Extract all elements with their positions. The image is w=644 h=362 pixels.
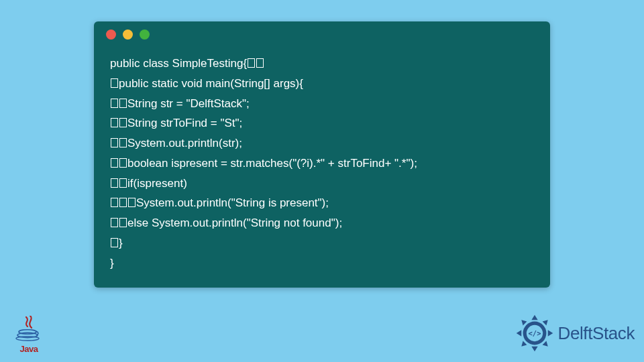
code-line: public class SimpleTesting{ bbox=[110, 54, 534, 74]
code-line: System.out.println(str); bbox=[110, 133, 534, 154]
tofu-icon bbox=[119, 118, 127, 127]
tofu-icon bbox=[111, 198, 118, 207]
svg-marker-9 bbox=[521, 341, 527, 347]
svg-marker-3 bbox=[531, 315, 537, 320]
code-text: } bbox=[119, 237, 123, 249]
code-line: } bbox=[110, 233, 534, 253]
code-line: else System.out.println("String not foun… bbox=[110, 213, 534, 233]
delftstack-cog-icon: </> bbox=[515, 314, 554, 353]
tofu-icon bbox=[111, 138, 118, 147]
tofu-icon bbox=[119, 218, 127, 227]
code-text: System.out.println(str); bbox=[127, 137, 242, 149]
code-text: public class SimpleTesting{ bbox=[110, 57, 247, 70]
code-line: boolean ispresent = str.matches("(?i).*"… bbox=[110, 154, 534, 174]
tofu-icon bbox=[111, 238, 118, 247]
code-body: public class SimpleTesting{ public stati… bbox=[94, 47, 550, 288]
svg-marker-7 bbox=[521, 320, 527, 325]
code-line: String str = "DelftStack"; bbox=[110, 94, 534, 114]
tofu-icon bbox=[111, 218, 118, 227]
java-label: Java bbox=[11, 344, 47, 354]
delftstack-label: DelftStack bbox=[558, 323, 635, 344]
tofu-icon bbox=[111, 158, 118, 168]
code-text: boolean ispresent = str.matches("(?i).*"… bbox=[127, 157, 417, 170]
code-text: System.out.println("String is present"); bbox=[136, 196, 329, 209]
code-text: String strToFind = "St"; bbox=[127, 117, 242, 129]
svg-marker-6 bbox=[547, 330, 553, 336]
svg-marker-4 bbox=[531, 347, 537, 352]
tofu-icon bbox=[119, 138, 127, 147]
tofu-icon bbox=[111, 178, 118, 188]
code-line: System.out.println("String is present"); bbox=[110, 193, 534, 213]
code-text: public static void main(String[] args){ bbox=[119, 77, 303, 90]
java-logo: Java bbox=[11, 316, 47, 354]
tofu-icon bbox=[119, 99, 127, 108]
code-line: public static void main(String[] args){ bbox=[110, 74, 534, 94]
close-icon[interactable] bbox=[106, 29, 116, 40]
svg-marker-8 bbox=[542, 320, 547, 325]
tofu-icon bbox=[111, 78, 118, 88]
code-text: else System.out.println("String not foun… bbox=[127, 217, 342, 229]
code-text: String str = "DelftStack"; bbox=[127, 97, 250, 110]
tofu-icon bbox=[128, 198, 136, 207]
tofu-icon bbox=[119, 178, 127, 188]
code-text: if(ispresent) bbox=[127, 177, 187, 190]
svg-marker-5 bbox=[516, 330, 521, 336]
code-window: public class SimpleTesting{ public stati… bbox=[94, 21, 550, 288]
tofu-icon bbox=[111, 99, 118, 108]
tofu-icon bbox=[256, 58, 264, 68]
tofu-icon bbox=[248, 58, 255, 68]
code-line: String strToFind = "St"; bbox=[110, 113, 534, 133]
delftstack-logo: </> DelftStack bbox=[515, 314, 635, 353]
code-line: } bbox=[110, 253, 534, 274]
svg-marker-10 bbox=[542, 341, 547, 347]
tofu-icon bbox=[119, 158, 127, 168]
code-text: } bbox=[110, 257, 114, 269]
tofu-icon bbox=[119, 198, 127, 207]
tofu-icon bbox=[111, 118, 118, 127]
minimize-icon[interactable] bbox=[123, 29, 133, 40]
svg-text:</>: </> bbox=[528, 329, 541, 337]
java-cup-icon bbox=[14, 316, 44, 341]
code-line: if(ispresent) bbox=[110, 174, 534, 194]
window-titlebar bbox=[94, 21, 550, 47]
maximize-icon[interactable] bbox=[140, 29, 150, 40]
